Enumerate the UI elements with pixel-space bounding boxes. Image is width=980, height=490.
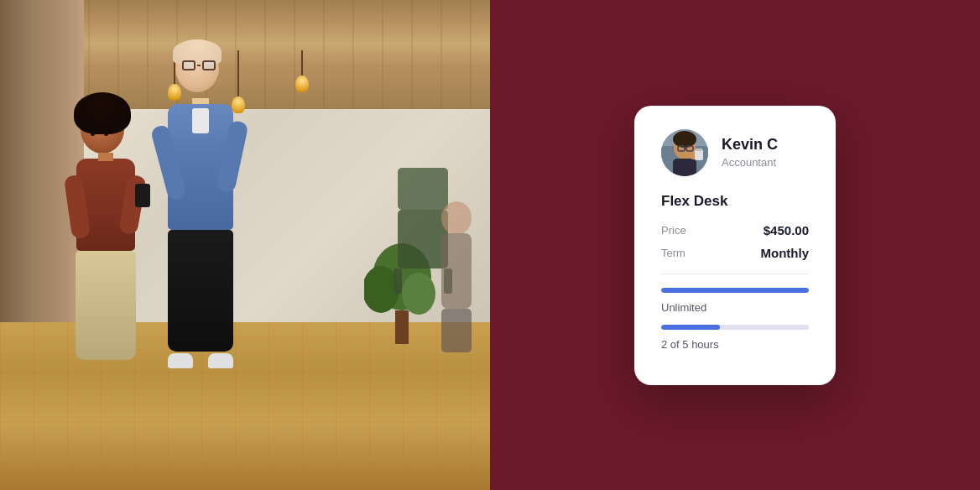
term-label: Term <box>661 247 685 259</box>
person-man <box>168 44 233 368</box>
progress-hours: 2 of 5 hours <box>661 325 809 352</box>
term-value: Monthly <box>761 246 810 260</box>
progress-fill-unlimited <box>661 288 809 293</box>
card-header: Kevin C Accountant <box>661 129 809 176</box>
progress-label-hours: 2 of 5 hours <box>661 338 719 351</box>
price-label: Price <box>661 224 686 237</box>
svg-point-8 <box>441 201 472 235</box>
progress-unlimited: Unlimited <box>661 288 809 315</box>
progress-label-unlimited: Unlimited <box>661 301 706 314</box>
background-person <box>431 201 482 356</box>
term-row: Term Monthly <box>661 246 809 260</box>
svg-rect-9 <box>441 233 472 309</box>
photo-panel <box>0 0 490 490</box>
svg-rect-6 <box>394 268 402 294</box>
price-value: $450.00 <box>764 223 809 237</box>
user-info: Kevin C Accountant <box>722 136 778 169</box>
svg-point-14 <box>673 131 696 148</box>
progress-bar-hours <box>661 325 809 330</box>
svg-rect-18 <box>673 159 696 176</box>
svg-rect-3 <box>395 310 409 344</box>
progress-bar-unlimited <box>661 288 809 293</box>
progress-fill-hours <box>661 325 720 330</box>
right-panel: Kevin C Accountant Flex Desk Price $450.… <box>490 0 980 490</box>
plan-title: Flex Desk <box>661 193 809 210</box>
user-name: Kevin C <box>722 136 778 154</box>
svg-rect-21 <box>696 149 702 151</box>
person-woman <box>76 105 136 360</box>
svg-rect-10 <box>441 309 472 352</box>
user-role: Accountant <box>722 156 778 169</box>
profile-card: Kevin C Accountant Flex Desk Price $450.… <box>634 106 836 385</box>
floor <box>0 322 490 490</box>
divider <box>661 274 809 274</box>
avatar <box>661 129 708 176</box>
price-row: Price $450.00 <box>661 223 809 237</box>
